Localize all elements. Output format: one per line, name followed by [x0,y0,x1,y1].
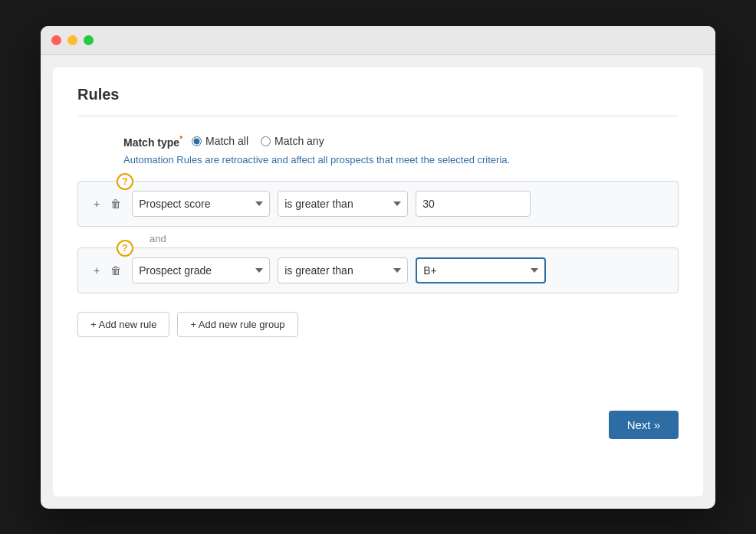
application-window: Rules Match type* Match all Match any Au… [41,26,715,509]
and-separator: and [131,233,679,244]
close-button[interactable] [51,35,61,45]
radio-group: Match all Match any [192,135,324,147]
next-button[interactable]: Next » [609,411,679,439]
rule-group-2: ? + 🗑 Prospect score Prospect grade Emai… [77,247,679,293]
rule-2-add-button[interactable]: + [90,263,103,278]
automation-note: Automation Rules are retroactive and aff… [123,154,679,165]
rule-1-info-icon[interactable]: ? [117,173,133,190]
match-all-option[interactable]: Match all [192,135,248,147]
match-any-radio[interactable] [261,136,271,146]
maximize-button[interactable] [84,35,94,45]
rule-1-row: + 🗑 Prospect score Prospect grade Email … [78,182,678,226]
add-new-rule-button[interactable]: + Add new rule [77,312,169,337]
rule-1-delete-button[interactable]: 🗑 [107,196,124,211]
rule-2-value-select[interactable]: A+ A A- B+ B B- C+ C C- D+ D D- F [416,257,546,283]
page-title: Rules [77,86,679,103]
match-type-label: Match type* [123,135,182,149]
rule-1-field-select[interactable]: Prospect score Prospect grade Email Camp… [132,191,270,217]
rule-2-info-icon[interactable]: ? [117,240,133,257]
rule-1-actions: + 🗑 [90,196,124,211]
main-content: Rules Match type* Match all Match any Au… [53,67,703,496]
rule-2-actions: + 🗑 [90,263,124,278]
footer: Next » [77,398,679,439]
add-new-rule-group-button[interactable]: + Add new rule group [177,312,297,337]
add-buttons-row: + Add new rule + Add new rule group [77,312,679,337]
title-divider [77,116,679,116]
rule-2-row: + 🗑 Prospect score Prospect grade Email … [78,248,678,293]
rule-1-add-button[interactable]: + [90,196,103,211]
match-all-radio[interactable] [192,136,202,146]
match-any-option[interactable]: Match any [261,135,324,147]
rule-2-field-select[interactable]: Prospect score Prospect grade Email Camp… [132,257,270,283]
rule-2-delete-button[interactable]: 🗑 [107,263,124,278]
rule-1-condition-select[interactable]: is greater than is less than is equal to… [278,191,408,217]
rule-1-value-input[interactable] [416,191,531,217]
titlebar [41,26,715,55]
rule-2-condition-select[interactable]: is greater than is less than is equal to… [278,257,408,283]
rule-group-1: ? + 🗑 Prospect score Prospect grade Emai… [77,181,679,227]
match-type-row: Match type* Match all Match any [123,135,679,149]
minimize-button[interactable] [67,35,77,45]
